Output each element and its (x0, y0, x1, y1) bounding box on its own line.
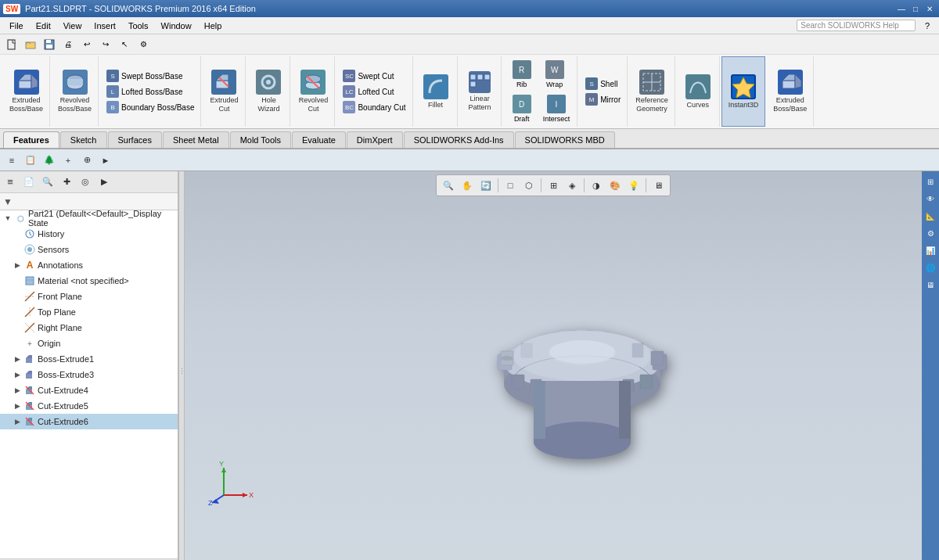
extruded-cut-btn[interactable]: ExtrudedCut (203, 56, 246, 127)
print-btn[interactable]: 🖨 (59, 36, 77, 53)
panel-view1-btn[interactable]: ≡ (2, 174, 19, 191)
panel-filter-btn[interactable]: ⊕ (78, 152, 95, 169)
fillet-btn[interactable]: Fillet (415, 56, 458, 127)
annotations-expand[interactable]: ▶ (13, 260, 22, 270)
undo-btn[interactable]: ↩ (78, 36, 95, 53)
tab-mbd[interactable]: SOLIDWORKS MBD (515, 131, 615, 148)
select-btn[interactable]: ↖ (116, 36, 133, 53)
search-bar[interactable]: Search SOLIDWORKS Help (797, 20, 916, 31)
view-section-btn[interactable]: ◑ (588, 177, 605, 194)
resize-handle[interactable]: ⋮ (178, 171, 185, 560)
rib-btn[interactable]: R Rib (506, 58, 538, 91)
restore-btn[interactable]: □ (909, 3, 922, 14)
redo-btn[interactable]: ↪ (97, 36, 114, 53)
draft-btn[interactable]: D Draft (506, 92, 538, 125)
menu-insert[interactable]: Insert (88, 20, 122, 32)
mirror-btn[interactable]: M Mirror (582, 92, 624, 107)
rp-btn2[interactable]: 👁 (923, 192, 937, 206)
panel-view6-btn[interactable]: ▶ (95, 174, 113, 191)
tree-annotations[interactable]: ▶ A Annotations (0, 257, 178, 273)
panel-view3-btn[interactable]: 🔍 (39, 174, 56, 191)
reference-geometry-btn[interactable]: ReferenceGeometry (629, 56, 675, 127)
view-wireframe-btn[interactable]: ⊞ (545, 177, 562, 194)
view-iso-btn[interactable]: ⬡ (520, 177, 538, 194)
cut-extrude6-expand[interactable]: ▶ (13, 417, 22, 426)
rp-btn4[interactable]: ⚙ (923, 226, 937, 240)
boundary-boss-btn[interactable]: B Boundary Boss/Base (103, 99, 197, 115)
view-rotate-btn[interactable]: 🔄 (477, 177, 495, 194)
tree-root[interactable]: ▼ ⬡ Part21 (Default<<Default>_Display St… (0, 210, 178, 226)
tab-dimxpert[interactable]: DimXpert (347, 131, 403, 148)
tree-origin[interactable]: + Origin (0, 336, 178, 351)
panel-detail-btn[interactable]: 📋 (22, 152, 39, 169)
view-shaded-btn[interactable]: ◈ (563, 177, 581, 194)
tab-features[interactable]: Features (3, 131, 59, 148)
extruded-boss-right-btn[interactable]: ExtrudedBoss/Base (767, 56, 814, 127)
panel-view5-btn[interactable]: ◎ (77, 174, 94, 191)
panel-view2-btn[interactable]: 📄 (20, 174, 38, 191)
revolved-cut-btn[interactable]: RevolvedCut (292, 56, 335, 127)
tab-sketch[interactable]: Sketch (60, 131, 107, 148)
3d-viewport[interactable]: 🔍 ✋ 🔄 □ ⬡ ⊞ ◈ ◑ 🎨 💡 🖥 (185, 171, 922, 560)
intersect-btn[interactable]: I Intersect (539, 92, 574, 125)
root-expand[interactable]: ▼ (3, 214, 13, 223)
cut-extrude5-expand[interactable]: ▶ (13, 401, 22, 411)
tree-sensors[interactable]: Sensors (0, 242, 178, 257)
tab-surfaces[interactable]: Surfaces (108, 131, 162, 148)
boss-extrude1-expand[interactable]: ▶ (13, 354, 22, 364)
menu-edit[interactable]: Edit (30, 20, 57, 32)
boundary-cut-btn[interactable]: BC Boundary Cut (340, 99, 408, 115)
cut-extrude4-expand[interactable]: ▶ (13, 386, 22, 395)
options-btn[interactable]: ⚙ (135, 36, 152, 53)
panel-plus-btn[interactable]: + (59, 152, 77, 169)
instant3d-btn[interactable]: Instant3D (721, 56, 766, 127)
tree-cut-extrude4[interactable]: ▶ Cut-Extrude4 (0, 382, 178, 398)
wrap-btn[interactable]: W Wrap (539, 58, 570, 91)
question-btn[interactable]: ? (919, 20, 936, 32)
menu-file[interactable]: File (3, 20, 30, 32)
menu-help[interactable]: Help (198, 20, 228, 32)
view-pan-btn[interactable]: ✋ (459, 177, 476, 194)
view-front-btn[interactable]: □ (502, 177, 519, 194)
view-zoom-btn[interactable]: 🔍 (440, 177, 457, 194)
rp-btn1[interactable]: ⊞ (923, 174, 937, 188)
tree-cut-extrude6[interactable]: ▶ Cut-Extrude6 (0, 414, 178, 429)
rp-btn6[interactable]: 🌐 (923, 260, 937, 275)
lofted-boss-btn[interactable]: L Lofted Boss/Base (103, 84, 197, 99)
shell-btn[interactable]: S Shell (582, 76, 624, 92)
linear-pattern-btn[interactable]: LinearPattern (462, 68, 498, 115)
tree-boss-extrude1[interactable]: ▶ Boss-Extrude1 (0, 351, 178, 367)
rp-btn5[interactable]: 📊 (923, 243, 937, 257)
view-realview-btn[interactable]: 🎨 (606, 177, 624, 194)
title-bar-controls[interactable]: — □ ✕ (895, 3, 936, 14)
tree-history[interactable]: History (0, 226, 178, 242)
curves-btn[interactable]: Curves (677, 56, 720, 127)
tab-evaluate[interactable]: Evaluate (292, 131, 346, 148)
minimize-btn[interactable]: — (895, 3, 908, 14)
view-shadows-btn[interactable]: 💡 (625, 177, 642, 194)
tree-cut-extrude5[interactable]: ▶ Cut-Extrude5 (0, 398, 178, 414)
menu-tools[interactable]: Tools (122, 20, 155, 32)
view-display-btn[interactable]: 🖥 (649, 177, 667, 194)
panel-nav-btn[interactable]: ► (97, 152, 114, 169)
menu-window[interactable]: Window (155, 20, 198, 32)
open-btn[interactable] (22, 36, 39, 53)
tree-material[interactable]: Material <not specified> (0, 273, 178, 289)
rp-btn7[interactable]: 🖥 (923, 278, 937, 292)
panel-list-btn[interactable]: ≡ (3, 152, 20, 169)
menu-view[interactable]: View (57, 20, 88, 32)
tree-right-plane[interactable]: Right Plane (0, 320, 178, 336)
extruded-boss-btn[interactable]: ExtrudedBoss/Base (3, 56, 50, 127)
tab-mold-tools[interactable]: Mold Tools (230, 131, 291, 148)
rp-btn3[interactable]: 📐 (923, 209, 937, 223)
tree-top-plane[interactable]: Top Plane (0, 304, 178, 320)
boss-extrude3-expand[interactable]: ▶ (13, 370, 22, 379)
hole-wizard-btn[interactable]: HoleWizard (247, 56, 290, 127)
panel-view4-btn[interactable]: ✚ (58, 174, 75, 191)
lofted-cut-btn[interactable]: LC Lofted Cut (340, 84, 408, 99)
close-btn[interactable]: ✕ (923, 3, 936, 14)
save-btn[interactable] (41, 36, 58, 53)
panel-tree-btn[interactable]: 🌲 (41, 152, 58, 169)
tab-addins[interactable]: SOLIDWORKS Add-Ins (404, 131, 514, 148)
tree-boss-extrude3[interactable]: ▶ Boss-Extrude3 (0, 367, 178, 382)
